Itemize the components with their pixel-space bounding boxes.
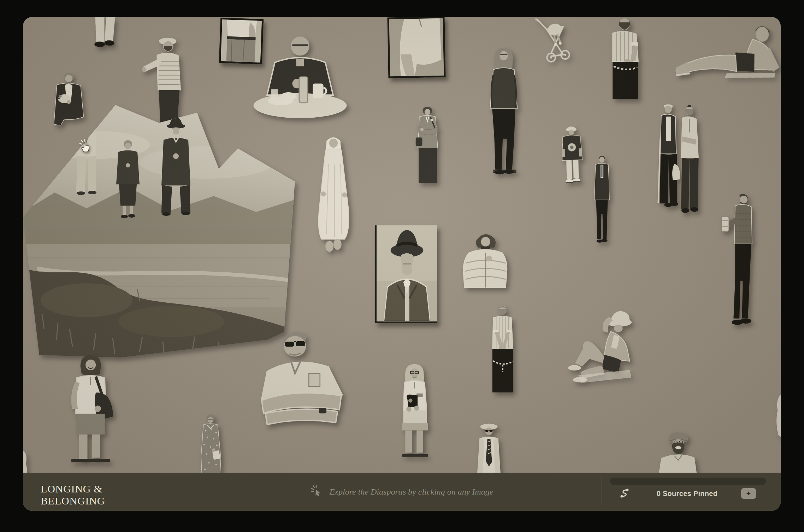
photo-cropped-legs[interactable] [88,17,121,51]
photo-woman-floral-dress[interactable] [191,414,230,473]
photo-bearded-man-chained-waist[interactable] [599,17,648,100]
footer-divider [602,475,602,504]
photo-edge-partial-left[interactable] [23,451,29,473]
app-logo[interactable]: LONGING & BELONGING [41,483,105,507]
add-source-button[interactable]: + [741,488,756,499]
photo-woman-with-camcorder[interactable] [388,363,439,459]
explore-hint-text: Explore the Diasporas by clicking on any… [330,487,493,497]
photo-child-in-stroller[interactable] [533,17,578,65]
pinned-sources-tray [610,478,766,485]
photo-man-holding-can[interactable] [720,193,762,330]
sources-pinned-count: 0 Sources Pinned [638,490,737,498]
photo-woman-blazer-arms-crossed[interactable] [409,106,446,183]
photo-smiling-bearded-man[interactable] [655,432,699,473]
photo-reclining-man[interactable] [669,17,781,86]
bottom-bar: LONGING & BELONGING Explore th [23,473,781,511]
click-cursor-icon [311,485,323,499]
diaspora-collage-canvas[interactable] [23,17,781,473]
photo-man-chained-hands[interactable] [483,304,521,394]
logo-line-1: LONGING & [41,483,105,495]
photo-hilltop-group[interactable] [23,102,295,357]
explore-hint: Explore the Diasporas by clicking on any… [311,485,493,499]
photo-framed-shirt-torso[interactable] [388,17,446,78]
sources-route-icon[interactable] [619,487,631,499]
photo-sunbathing-man[interactable] [559,305,645,391]
photo-woman-puffer-jacket[interactable] [456,230,514,290]
photo-edge-partial-right[interactable] [775,395,781,437]
photo-woman-with-tote-bag[interactable] [57,354,122,463]
hand-cursor-pointer [78,138,91,153]
photo-old-man-dark-suit[interactable] [587,155,616,244]
photo-framed-man-in-fedora[interactable] [375,225,437,323]
photo-elder-with-cane-and-companion[interactable] [654,102,704,214]
photo-old-man-cap-and-tie[interactable] [470,421,508,473]
photo-boy-in-jersey[interactable] [554,124,590,185]
app-window: LONGING & BELONGING Explore th [23,17,781,511]
photo-man-sunglasses-leaning[interactable] [256,327,349,429]
logo-line-2: BELONGING [41,495,105,507]
device-screen: LONGING & BELONGING Explore th [0,0,804,532]
photo-woman-white-gown[interactable] [308,134,359,254]
photo-long-haired-man[interactable] [478,46,530,175]
